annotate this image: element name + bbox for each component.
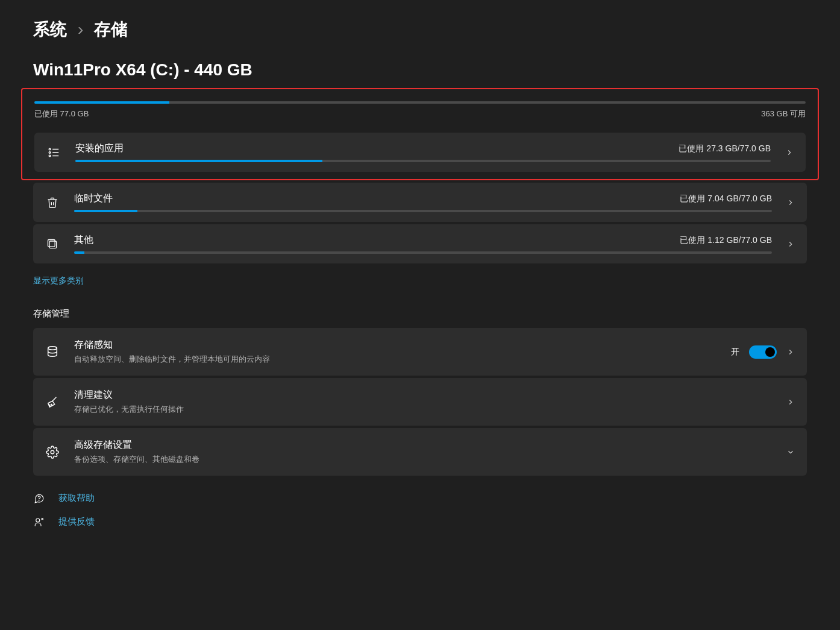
get-help-link[interactable]: 获取帮助 bbox=[33, 493, 807, 504]
storage-sense-toggle[interactable] bbox=[749, 345, 777, 359]
gear-icon bbox=[45, 446, 60, 459]
feedback-icon bbox=[33, 517, 45, 528]
category-other[interactable]: 其他 已使用 1.12 GB/77.0 GB bbox=[33, 224, 807, 263]
apps-icon bbox=[46, 146, 61, 159]
drive-used-label: 已使用 77.0 GB bbox=[34, 109, 89, 119]
category-usage: 已使用 1.12 GB/77.0 GB bbox=[680, 235, 772, 246]
svg-point-4 bbox=[49, 155, 51, 157]
storage-management-heading: 存储管理 bbox=[33, 308, 807, 320]
mgmt-title: 存储感知 bbox=[74, 339, 716, 351]
svg-point-0 bbox=[49, 148, 51, 150]
feedback-link[interactable]: 提供反馈 bbox=[33, 516, 807, 528]
svg-point-12 bbox=[39, 500, 39, 500]
svg-rect-7 bbox=[48, 239, 55, 247]
database-icon bbox=[45, 345, 60, 359]
cleanup-recommendations-card[interactable]: 清理建议 存储已优化，无需执行任何操作 bbox=[33, 378, 807, 426]
highlighted-region: 已使用 77.0 GB 363 GB 可用 安装的应用 已使用 27.3 GB/… bbox=[21, 88, 819, 180]
breadcrumb: 系统 › 存储 bbox=[33, 18, 807, 41]
breadcrumb-current: 存储 bbox=[94, 18, 128, 41]
drive-free-label: 363 GB 可用 bbox=[761, 109, 806, 119]
chevron-right-icon bbox=[786, 398, 795, 406]
drive-title: Win11Pro X64 (C:) - 440 GB bbox=[33, 60, 807, 80]
broom-icon bbox=[45, 395, 60, 409]
category-bar bbox=[75, 160, 771, 162]
category-title: 安装的应用 bbox=[75, 142, 124, 155]
category-installed-apps[interactable]: 安装的应用 已使用 27.3 GB/77.0 GB bbox=[34, 133, 806, 172]
trash-icon bbox=[45, 197, 60, 209]
chevron-right-icon bbox=[786, 198, 795, 207]
category-title: 临时文件 bbox=[74, 192, 113, 205]
feedback-link-label: 提供反馈 bbox=[58, 516, 95, 528]
category-title: 其他 bbox=[74, 234, 93, 247]
mgmt-title: 高级存储设置 bbox=[74, 439, 772, 452]
chevron-right-icon: › bbox=[78, 20, 83, 39]
advanced-storage-card[interactable]: 高级存储设置 备份选项、存储空间、其他磁盘和卷 bbox=[33, 428, 807, 476]
toggle-label: 开 bbox=[731, 347, 739, 358]
storage-sense-card[interactable]: 存储感知 自动释放空间、删除临时文件，并管理本地可用的云内容 开 bbox=[33, 328, 807, 376]
category-usage: 已使用 27.3 GB/77.0 GB bbox=[679, 143, 771, 154]
mgmt-desc: 备份选项、存储空间、其他磁盘和卷 bbox=[74, 454, 772, 465]
mgmt-desc: 自动释放空间、删除临时文件，并管理本地可用的云内容 bbox=[74, 354, 716, 365]
svg-point-2 bbox=[49, 151, 51, 153]
chevron-right-icon bbox=[786, 240, 795, 248]
chevron-down-icon bbox=[786, 448, 795, 456]
category-temp-files[interactable]: 临时文件 已使用 7.04 GB/77.0 GB bbox=[33, 183, 807, 222]
category-bar bbox=[74, 251, 772, 254]
chevron-right-icon bbox=[785, 148, 794, 157]
category-bar bbox=[74, 210, 772, 212]
breadcrumb-parent[interactable]: 系统 bbox=[33, 18, 67, 41]
help-icon bbox=[33, 493, 45, 504]
svg-line-9 bbox=[49, 404, 51, 406]
mgmt-title: 清理建议 bbox=[74, 389, 772, 402]
mgmt-desc: 存储已优化，无需执行任何操作 bbox=[74, 404, 772, 415]
chevron-right-icon bbox=[786, 348, 795, 356]
other-icon bbox=[45, 238, 60, 250]
svg-point-13 bbox=[36, 518, 40, 522]
svg-point-11 bbox=[51, 450, 54, 454]
help-link-label: 获取帮助 bbox=[58, 493, 95, 504]
show-more-categories-link[interactable]: 显示更多类别 bbox=[33, 276, 84, 286]
drive-usage-bar bbox=[34, 101, 806, 104]
svg-point-8 bbox=[48, 346, 57, 350]
svg-rect-6 bbox=[49, 241, 57, 248]
category-usage: 已使用 7.04 GB/77.0 GB bbox=[680, 194, 772, 204]
